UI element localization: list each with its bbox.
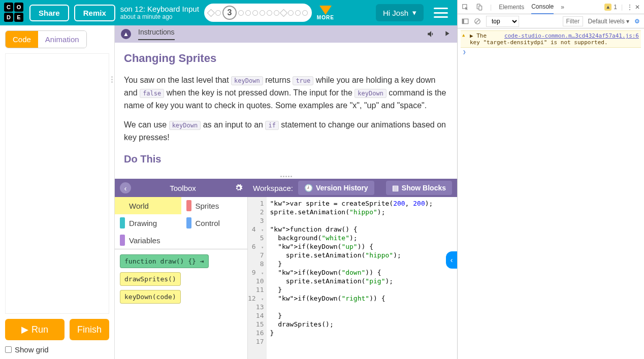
lesson-title: son 12: Keyboard Input	[120, 5, 199, 14]
console-warning[interactable]: code-studio-common.m…3cd4324af57a41.js:6…	[461, 30, 641, 48]
collapse-up-icon[interactable]: ▲	[121, 29, 131, 39]
show-grid-toggle[interactable]: Show grid	[5, 345, 109, 354]
svg-rect-2	[479, 6, 482, 10]
progress-dot[interactable]	[274, 10, 279, 16]
mode-tabs: Code Animation	[5, 30, 87, 48]
gear-icon[interactable]	[235, 184, 243, 192]
hamburger-icon[interactable]	[434, 8, 448, 18]
tab-code[interactable]: Code	[6, 31, 38, 48]
more-tabs-icon[interactable]: »	[561, 4, 564, 11]
progress-dot[interactable]	[252, 10, 258, 16]
instructions-header: ▲ Instructions	[115, 25, 457, 43]
share-button[interactable]: Share	[29, 5, 69, 21]
sound-icon[interactable]	[427, 29, 436, 39]
workspace-toolbar: ‹ Toolbox Workspace: 🕘 Version History	[115, 179, 457, 197]
log-levels-select[interactable]: Default levels ▾	[588, 18, 629, 25]
progress-dot[interactable]	[238, 10, 244, 16]
logo[interactable]: C O D E	[4, 3, 24, 23]
context-select[interactable]: top	[486, 16, 519, 27]
warning-badge[interactable]: ▲	[604, 4, 611, 11]
filter-input[interactable]	[563, 16, 583, 26]
remix-button[interactable]: Remix	[74, 5, 115, 21]
column-resize-handle[interactable]	[110, 76, 114, 83]
svg-rect-4	[462, 19, 464, 23]
workspace-label: Workspace:	[253, 184, 293, 192]
settings-icon[interactable]: ⚙	[634, 18, 640, 25]
checkbox-icon[interactable]	[5, 346, 12, 353]
blocks-icon: ▤	[392, 184, 399, 192]
progress-dot[interactable]	[260, 10, 265, 16]
collapse-panel-icon[interactable]: ‹	[446, 251, 457, 269]
category-color-icon	[186, 200, 191, 211]
app-header: C O D E Share Remix son 12: Keyboard Inp…	[0, 0, 457, 25]
left-panel: Code Animation ▶ Run Finish Show grid	[0, 25, 114, 359]
device-icon[interactable]	[476, 4, 483, 11]
instructions-title: Changing Sprites	[124, 50, 448, 67]
user-menu[interactable]: Hi Josh ▾	[376, 4, 424, 21]
row-resize-handle[interactable]	[115, 174, 457, 179]
do-this-heading: Do This	[124, 151, 448, 167]
back-icon[interactable]: ‹	[120, 182, 131, 193]
block-drawsprites[interactable]: drawSprites()	[120, 272, 181, 286]
run-button[interactable]: ▶ Run	[5, 319, 65, 340]
toolbox-title: Toolbox	[131, 184, 235, 192]
category-variables[interactable]: Variables	[115, 232, 181, 249]
instructions-tab[interactable]: Instructions	[138, 28, 175, 40]
progress-dot[interactable]	[267, 10, 272, 16]
kebab-icon[interactable]: ⋮	[627, 4, 633, 11]
devtools-tab-console[interactable]: Console	[531, 0, 554, 14]
close-icon[interactable]: ✕	[635, 4, 640, 11]
console-output[interactable]: code-studio-common.m…3cd4324af57a41.js:6…	[458, 28, 644, 359]
progress-dot[interactable]	[280, 9, 288, 17]
lesson-time: about a minute ago	[120, 14, 199, 20]
toolbox-panel: WorldSpritesDrawingControlVariables func…	[115, 197, 248, 359]
play-icon[interactable]	[443, 29, 451, 39]
devtools-tab-elements[interactable]: Elements	[499, 1, 524, 14]
progress-dot[interactable]	[302, 10, 308, 16]
progress-current[interactable]: 3	[222, 6, 237, 20]
show-blocks-button[interactable]: ▤ Show Blocks	[386, 181, 452, 195]
source-link[interactable]: code-studio-common.m…3cd4324af57a41.js:6	[504, 32, 639, 39]
game-canvas[interactable]	[5, 53, 109, 314]
version-history-button[interactable]: 🕘 Version History	[298, 181, 374, 195]
block-keydown[interactable]: keyDown(code)	[120, 290, 181, 304]
clear-console-icon[interactable]	[474, 18, 481, 25]
clock-icon: 🕘	[304, 184, 313, 192]
console-prompt[interactable]: ❯	[461, 48, 641, 56]
svg-line-6	[476, 19, 479, 23]
line-gutter: 1234 ▾56 ▾789 ▾101112 ▾1314151617	[248, 197, 267, 359]
progress-dot[interactable]	[288, 10, 294, 16]
lesson-progress[interactable]: 3	[204, 4, 312, 22]
devtools-panel: | Elements Console » ▲ 1 | ⋮ ✕ top	[457, 0, 644, 359]
code-editor[interactable]: 1234 ▾56 ▾789 ▾101112 ▾1314151617 "kw">v…	[248, 197, 457, 359]
progress-dot[interactable]	[295, 10, 301, 16]
progress-dot[interactable]	[207, 9, 215, 17]
triangle-down-icon	[319, 6, 332, 15]
progress-dot[interactable]	[215, 10, 221, 16]
category-sprites[interactable]: Sprites	[181, 197, 248, 214]
progress-dot[interactable]	[245, 10, 251, 16]
category-drawing[interactable]: Drawing	[115, 214, 181, 232]
lesson-info: son 12: Keyboard Input about a minute ag…	[120, 5, 199, 20]
finish-button[interactable]: Finish	[70, 319, 109, 340]
category-color-icon	[186, 217, 191, 229]
category-color-icon	[120, 235, 125, 246]
play-icon: ▶	[21, 324, 28, 335]
more-dropdown[interactable]: MORE	[317, 6, 334, 20]
category-control[interactable]: Control	[181, 214, 248, 232]
category-color-icon	[120, 217, 125, 229]
category-color-icon	[120, 200, 125, 211]
inspect-icon[interactable]	[462, 4, 469, 11]
category-world[interactable]: World	[115, 197, 181, 214]
block-function-draw[interactable]: function draw() {} ⇥	[120, 254, 209, 268]
tab-animation[interactable]: Animation	[38, 31, 86, 48]
caret-down-icon: ▾	[412, 8, 416, 17]
instructions-body[interactable]: Changing Sprites You saw on the last lev…	[115, 43, 457, 174]
sidebar-toggle-icon[interactable]	[462, 18, 469, 25]
